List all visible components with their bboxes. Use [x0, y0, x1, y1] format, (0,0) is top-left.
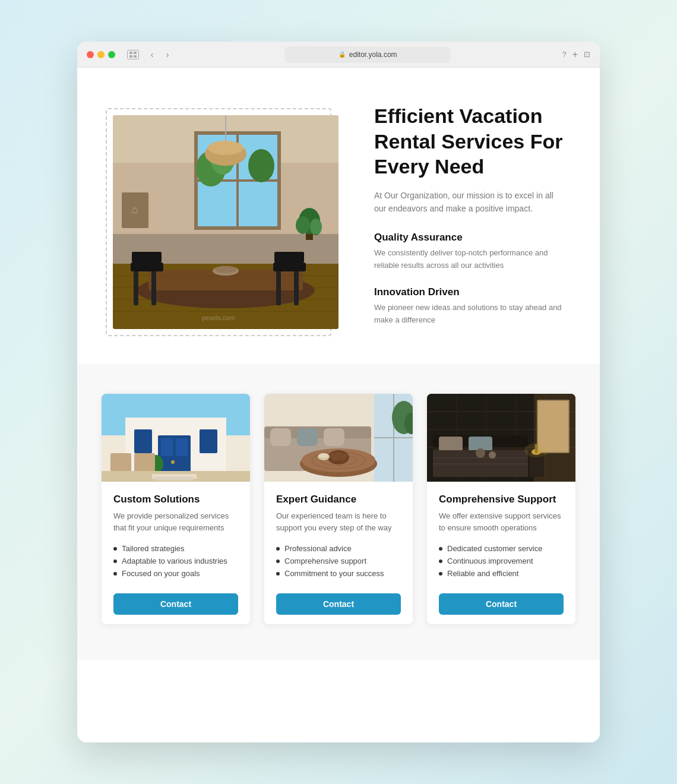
card-expert-title: Expert Guidance — [276, 494, 401, 505]
card-expert-list: Professional advice Comprehensive suppor… — [276, 544, 401, 581]
bullet-icon — [276, 547, 280, 551]
minimize-button[interactable] — [97, 51, 105, 58]
bullet-icon — [113, 547, 117, 551]
bullet-icon — [276, 559, 280, 563]
card-comprehensive-image-container — [427, 394, 575, 482]
svg-point-82 — [319, 453, 328, 458]
svg-point-107 — [524, 443, 548, 457]
back-button[interactable]: ‹ — [146, 49, 158, 61]
card-comprehensive-title: Comprehensive Support — [439, 494, 564, 505]
bullet-icon — [439, 547, 442, 551]
bullet-icon — [113, 572, 117, 576]
list-item: Reliable and efficient — [439, 569, 564, 578]
hero-description: At Our Organization, our mission is to e… — [374, 189, 564, 216]
svg-point-103 — [489, 451, 496, 459]
hero-image-container: ⌂ pexels.com — [113, 115, 338, 329]
contact-button-comprehensive[interactable]: Contact — [439, 593, 564, 615]
traffic-lights — [87, 51, 115, 58]
list-item: Adaptable to various industries — [113, 557, 238, 565]
contact-button-custom[interactable]: Contact — [113, 593, 238, 615]
card-custom-body: Custom Solutions We provide personalized… — [102, 482, 250, 624]
forward-button[interactable]: › — [162, 49, 173, 61]
hero-title: Efficient Vacation Rental Services For E… — [374, 103, 564, 179]
cards-section: Custom Solutions We provide personalized… — [77, 364, 600, 660]
svg-rect-64 — [324, 428, 344, 446]
list-item: Commitment to your success — [276, 569, 401, 578]
card-custom-list: Tailored strategies Adaptable to various… — [113, 544, 238, 581]
list-item: Professional advice — [276, 544, 401, 553]
bullet-icon — [439, 572, 442, 576]
bullet-icon — [276, 572, 280, 576]
svg-rect-50 — [134, 429, 152, 453]
close-button[interactable] — [87, 51, 94, 58]
address-bar-container: 🔒 editor.yola.com — [181, 46, 555, 63]
list-item: Continuous improvement — [439, 557, 564, 565]
list-item: Dedicated customer service — [439, 544, 564, 553]
card-comprehensive: Comprehensive Support We offer extensive… — [427, 394, 575, 624]
card-comprehensive-list: Dedicated customer service Continuous im… — [439, 544, 564, 581]
svg-rect-47 — [161, 438, 173, 456]
list-item: Tailored strategies — [113, 544, 238, 553]
svg-text:⌂: ⌂ — [132, 204, 138, 216]
card-comprehensive-desc: We offer extensive support services to e… — [439, 510, 564, 533]
svg-point-39 — [296, 216, 310, 234]
svg-point-34 — [208, 141, 243, 155]
lock-icon: 🔒 — [338, 51, 346, 58]
card-custom: Custom Solutions We provide personalized… — [102, 394, 250, 624]
card-expert-desc: Our experienced team is here to support … — [276, 510, 401, 533]
svg-point-80 — [338, 456, 345, 461]
extensions-icon: ⊡ — [584, 50, 590, 59]
svg-point-12 — [248, 149, 274, 182]
card-expert-image-container — [264, 394, 413, 482]
svg-point-49 — [171, 460, 175, 464]
maximize-button[interactable] — [108, 51, 115, 58]
add-tab-button[interactable]: + — [572, 49, 578, 60]
tab-grid-icon — [127, 50, 139, 59]
svg-rect-0 — [129, 52, 132, 54]
toolbar-right: ? + ⊡ — [562, 49, 590, 60]
hero-dining-image: ⌂ pexels.com — [113, 115, 338, 329]
bullet-icon — [113, 559, 117, 563]
svg-point-40 — [310, 219, 322, 235]
feature-quality-desc: We consistently deliver top-notch perfor… — [374, 247, 564, 272]
card-custom-desc: We provide personalized services that fi… — [113, 510, 238, 533]
contact-button-expert[interactable]: Contact — [276, 593, 401, 615]
feature-innovation-title: Innovation Driven — [374, 286, 564, 298]
list-item: Comprehensive support — [276, 557, 401, 565]
svg-rect-1 — [134, 52, 137, 54]
card-expert-body: Expert Guidance Our experienced team is … — [264, 482, 413, 624]
browser-window: ‹ › 🔒 editor.yola.com ? + ⊡ — [77, 42, 600, 742]
hero-section: ⌂ pexels.com Efficient Vacation Rental S… — [77, 68, 600, 364]
feature-quality-title: Quality Assurance — [374, 232, 564, 244]
svg-rect-58 — [155, 477, 194, 480]
svg-rect-3 — [134, 55, 137, 58]
card-custom-image-container — [102, 394, 250, 482]
url-text: editor.yola.com — [349, 50, 397, 59]
list-item: Focused on your goals — [113, 569, 238, 578]
browser-toolbar: ‹ › 🔒 editor.yola.com ? + ⊡ — [77, 42, 600, 68]
nav-buttons: ‹ › — [146, 49, 173, 61]
svg-rect-2 — [129, 55, 132, 58]
svg-rect-63 — [297, 428, 318, 446]
card-expert: Expert Guidance Our experienced team is … — [264, 394, 413, 624]
svg-rect-48 — [176, 438, 188, 456]
svg-rect-62 — [270, 428, 291, 446]
card-custom-title: Custom Solutions — [113, 494, 238, 505]
svg-rect-51 — [200, 429, 217, 453]
feature-innovation-desc: We pioneer new ideas and solutions to st… — [374, 302, 564, 327]
address-bar[interactable]: 🔒 editor.yola.com — [284, 46, 451, 63]
svg-text:pexels.com: pexels.com — [202, 314, 235, 321]
svg-rect-97 — [439, 437, 463, 451]
help-icon: ? — [562, 50, 566, 59]
cards-grid: Custom Solutions We provide personalized… — [101, 394, 576, 624]
feature-quality: Quality Assurance We consistently delive… — [374, 232, 564, 272]
hero-text: Efficient Vacation Rental Services For E… — [374, 103, 564, 340]
feature-innovation: Innovation Driven We pioneer new ideas a… — [374, 286, 564, 327]
browser-content: ⌂ pexels.com Efficient Vacation Rental S… — [77, 68, 600, 742]
bullet-icon — [439, 559, 442, 563]
svg-point-102 — [476, 448, 485, 458]
card-comprehensive-body: Comprehensive Support We offer extensive… — [427, 482, 575, 624]
